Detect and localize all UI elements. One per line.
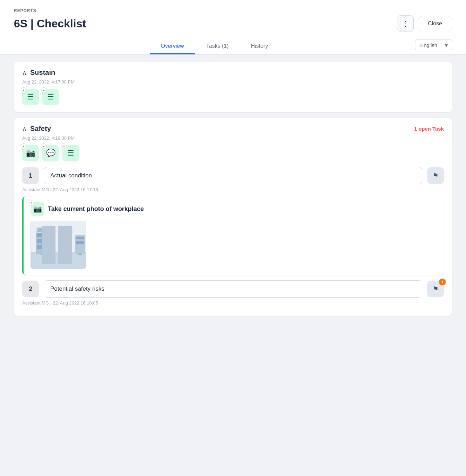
response-block-1: ★ 📷 Take current photo of workplace [22,196,444,275]
chevron-up-icon[interactable]: ∧ [22,69,27,77]
chevron-up-icon[interactable]: ∧ [22,125,27,133]
svg-rect-9 [59,233,72,254]
response-title-1: Take current photo of workplace [48,205,144,213]
page-wrapper: REPORTS 6S | Checklist ⋮ Close Overview … [0,0,466,476]
section-safety: ∧ Safety 1 open Task Aug 22, 2022, 4:18:… [14,118,452,316]
checklist-item-2: 2 Potential safety risks ⚑ 1 [22,280,444,298]
flag-button-2[interactable]: ⚑ 1 [427,281,444,297]
section-sustain-timestamp: Aug 22, 2022, 4:17:08 PM [22,79,444,85]
tabs-group: Overview Tasks (1) History [14,39,415,54]
flag-badge-count: 1 [439,279,446,285]
svg-point-20 [78,253,82,255]
camera-icon: ★ 📷 [31,202,44,216]
svg-rect-11 [60,241,71,245]
close-button[interactable]: Close [418,16,452,31]
tabs-row: Overview Tasks (1) History English Germa… [14,39,452,54]
workplace-photo[interactable] [31,221,86,269]
star-badge: ★ [21,143,26,149]
language-select[interactable]: English German French [415,39,452,51]
flag-button-1[interactable]: ⚑ [427,167,444,184]
tab-history[interactable]: History [240,39,279,54]
star-badge: ★ [61,143,67,149]
checklist-item-1: 1 Actual condition ⚑ [22,167,444,184]
section-safety-header: ∧ Safety 1 open Task [22,125,444,133]
photo-simulation [31,221,86,269]
item-label-potential-risks: Potential safety risks [44,280,422,298]
section-sustain: ∧ Sustain Aug 22, 2022, 4:17:08 PM ★ ☰ ★… [14,62,452,112]
star-badge: ★ [21,87,26,93]
sustain-icon-list-1: ★ ☰ [22,89,39,105]
item-label-actual-condition: Actual condition [44,167,422,184]
content-area: ∧ Sustain Aug 22, 2022, 4:17:08 PM ★ ☰ ★… [0,55,466,323]
response-meta-1: Assistant MG | 22. Aug 2022 16:17:18 [22,187,444,192]
open-task-badge: 1 open Task [414,126,444,132]
star-badge: ★ [41,143,46,149]
more-button[interactable]: ⋮ [397,15,414,32]
star-badge: ★ [29,201,34,205]
response-inner-1: ★ 📷 Take current photo of workplace [24,196,444,275]
star-badge: ★ [41,87,46,93]
svg-point-19 [63,253,67,255]
svg-point-13 [60,230,64,233]
section-safety-title: Safety [30,125,51,133]
svg-rect-17 [76,241,84,244]
reports-label: REPORTS [14,8,452,13]
sustain-icon-list-2: ★ ☰ [42,89,59,105]
svg-rect-16 [76,237,84,239]
svg-rect-4 [37,233,48,237]
svg-rect-8 [37,228,44,232]
page-title: 6S | Checklist [14,17,86,30]
svg-rect-5 [37,239,48,243]
header-top-row: 6S | Checklist ⋮ Close [14,15,452,32]
safety-icon-list: ★ ☰ [62,145,79,161]
safety-icon-camera: ★ 📷 [22,145,39,161]
photo-svg [31,221,86,269]
item-number-1: 1 [22,167,39,184]
svg-rect-14 [66,230,71,233]
safety-icon-comment: ★ 💬 [42,145,59,161]
section-safety-icons: ★ 📷 ★ 💬 ★ ☰ [22,145,444,161]
section-sustain-header: ∧ Sustain [22,69,444,77]
svg-rect-12 [58,229,72,235]
section-safety-title-row: ∧ Safety [22,125,51,133]
section-sustain-title-row: ∧ Sustain [22,69,55,77]
tab-overview[interactable]: Overview [150,39,195,54]
header: REPORTS 6S | Checklist ⋮ Close Overview … [0,0,466,55]
section-sustain-icons: ★ ☰ ★ ☰ [22,89,444,105]
section-sustain-title: Sustain [30,69,55,77]
header-actions: ⋮ Close [397,15,452,32]
tab-tasks[interactable]: Tasks (1) [195,39,240,54]
response-title-row-1: ★ 📷 Take current photo of workplace [31,202,437,216]
svg-rect-6 [37,245,48,249]
item-number-2: 2 [22,281,39,297]
response-meta-2: Assistant MG | 22. Aug 2022 16:18:05 [22,300,444,306]
section-safety-timestamp: Aug 22, 2022, 4:18:30 PM [22,135,444,141]
svg-point-18 [41,253,45,255]
svg-rect-2 [31,252,86,269]
svg-rect-10 [60,235,71,239]
language-selector-wrapper: English German French ▼ [415,39,452,51]
